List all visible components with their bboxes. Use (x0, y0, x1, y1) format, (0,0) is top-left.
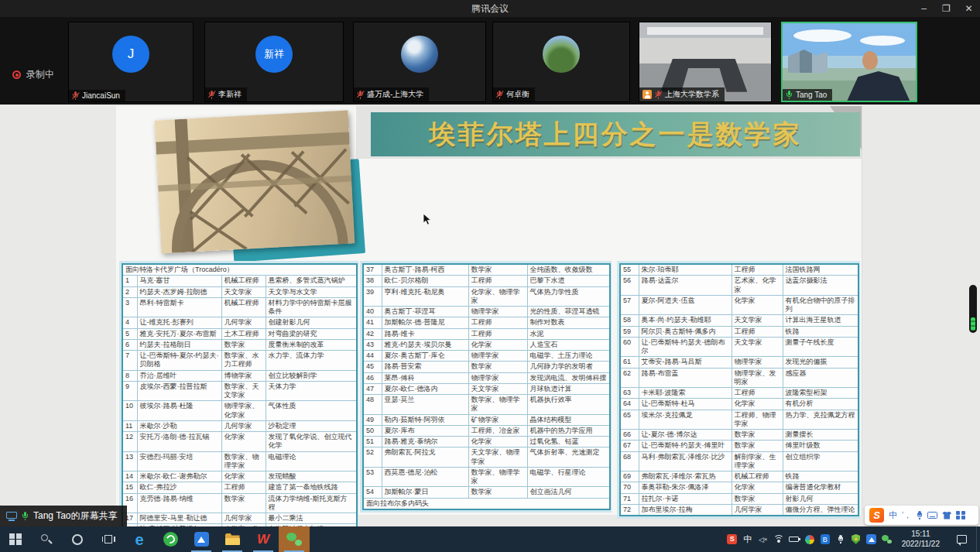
cell: 让-巴蒂斯特·杜马 (639, 399, 732, 410)
cell: 铁路 (783, 471, 858, 482)
cell: 材料力学中的特雷斯卡屈服条件 (266, 297, 357, 317)
wechat-tray-icon[interactable] (879, 526, 895, 552)
caption-cell: 面向特洛卡代罗广场（Trocadéro） (122, 264, 357, 276)
tencent-meeting-icon[interactable] (186, 526, 217, 552)
cell: 47 (363, 383, 382, 394)
cell: 7 (122, 351, 137, 371)
ime-chinese-tray-icon[interactable]: 中 (740, 526, 756, 552)
cell: 物理学家、化学家 (221, 401, 266, 421)
punctuation-toggle[interactable]: ’， (902, 506, 911, 525)
table-header-row: 面向特洛卡代罗广场（Trocadéro） (122, 264, 357, 276)
microphone-tray-icon[interactable] (833, 526, 848, 552)
cell: 机器中的热力学应用 (527, 425, 610, 436)
volume-muted-tray-icon[interactable]: ◁× (756, 526, 771, 552)
antivirus-tray-icon[interactable] (802, 526, 817, 552)
cell: 数学家 (221, 339, 266, 350)
cell: 57 (620, 295, 639, 315)
cell: 68 (620, 451, 639, 471)
maximize-button[interactable]: ❐ (935, 0, 958, 17)
cell: 法国铁路网 (783, 264, 858, 276)
table-row: 11米歇尔·沙勒几何学家沙勒定理 (122, 420, 357, 431)
cell: 43 (363, 339, 382, 350)
cell: 莱昂·傅科 (382, 372, 468, 383)
file-explorer-icon[interactable] (217, 526, 248, 552)
cell: 6 (122, 339, 137, 350)
taskbar-clock[interactable]: 15:11 2022/11/22 (895, 530, 947, 549)
task-view-icon[interactable] (93, 526, 124, 552)
cell: 56 (620, 276, 639, 296)
360-browser-icon[interactable] (155, 526, 186, 552)
participant-tile-2[interactable]: 新祥李新祥 (204, 22, 344, 102)
cell: 44 (363, 351, 382, 362)
cell: 数学家、物理学家 (468, 467, 527, 487)
cell: 让·巴蒂斯特·约瑟夫·德朗布尔 (639, 337, 732, 357)
bluetooth-tray-icon[interactable]: B (817, 526, 833, 552)
table-row: 2约瑟夫·杰罗姆·拉朗德天文学家天文学与水文学 (122, 286, 357, 297)
toolbox-icon[interactable] (956, 511, 965, 520)
edge-icon[interactable]: e (124, 526, 155, 552)
cell: 热力学、克拉佩龙方程 (783, 410, 858, 430)
cell: 埃米尔·克拉佩龙 (639, 410, 732, 430)
table-row: 71拉扎尔·卡诺数学家射影几何 (620, 493, 858, 504)
participant-tile-6[interactable]: Tang Tao (781, 22, 917, 102)
eiffel-tower-photo (155, 111, 355, 254)
cell: 雅克·安托万·夏尔·布雷斯 (137, 328, 221, 339)
cell: 4 (122, 317, 137, 328)
minimize-button[interactable]: – (913, 0, 935, 17)
recording-label: 录制中 (26, 68, 54, 81)
ime-mode-toggle[interactable]: 中 (889, 506, 897, 525)
table-row: 38欧仁·贝尔格朗工程师巴黎下水道 (363, 276, 610, 286)
cell: 水泥 (527, 328, 610, 339)
cortana-icon[interactable] (62, 526, 93, 552)
participant-tile-5[interactable]: 上海大学数学系 (639, 22, 772, 102)
taskbar: eWS中◁×B+ 15:11 2022/11/22 (0, 526, 980, 552)
wps-icon[interactable]: W (248, 526, 279, 552)
cell: 69 (620, 471, 639, 482)
table-row: 42路易·维卡工程师水泥 (363, 328, 610, 339)
participant-tile-1[interactable]: JJiancaiSun (68, 22, 194, 102)
participant-tile-3[interactable]: 盛万成-上海大学 (353, 22, 486, 102)
skin-icon[interactable] (942, 512, 951, 519)
start-icon[interactable] (0, 526, 31, 552)
tencent-meeting-tray-icon[interactable] (864, 526, 879, 552)
sogou-tray-icon[interactable]: S (725, 526, 740, 552)
cell: 气体性质 (266, 401, 357, 421)
security-shield-tray-icon[interactable]: + (848, 526, 864, 552)
ime-toolbar: S 中 ’， (865, 506, 978, 525)
cell: 3 (122, 297, 137, 317)
table-row: 9皮埃尔-西蒙·拉普拉斯数学家、天文学家天体力学 (122, 381, 357, 401)
names-table-2: 37奥古斯丁·路易·柯西数学家全纯函数、收敛级数38欧仁·贝尔格朗工程师巴黎下水… (362, 263, 609, 510)
cell: 13 (122, 451, 137, 471)
cell: 博物学家 (221, 370, 266, 381)
cell: 卡米耶·波隆索 (639, 388, 732, 399)
table-row: 46莱昂·傅科物理学家发现涡电流、发明傅科摆 (363, 372, 610, 383)
show-desktop-button[interactable] (976, 526, 980, 552)
cell: 14 (122, 471, 137, 482)
voice-input-icon[interactable] (916, 511, 923, 519)
cell: 几何学家 (221, 420, 266, 431)
table-row: 1马克·塞甘机械工程师悬索桥、多管式蒸汽锅炉 (122, 276, 357, 286)
wifi-tray-icon[interactable] (771, 526, 786, 552)
screen-share-label: Tang Tao的屏幕共享 (33, 509, 118, 523)
table-row: 48亚瑟·莫兰数学家、物理学家机器执行效率 (363, 395, 610, 415)
search-icon[interactable] (31, 526, 62, 552)
participant-name: 李新祥 (218, 89, 242, 100)
cell: 12 (122, 432, 137, 452)
screen-share-banner[interactable]: Tang Tao的屏幕共享 (0, 506, 127, 526)
sogou-logo-icon[interactable]: S (869, 508, 884, 523)
cell: 数学家 (468, 362, 527, 372)
cell: 亨利·维克托·勒尼奥 (382, 286, 468, 307)
close-button[interactable]: ✕ (958, 0, 980, 17)
wechat-icon[interactable] (279, 526, 310, 552)
cell: 勒内·茹斯特·阿羽依 (382, 414, 468, 425)
battery-tray-icon[interactable] (786, 526, 802, 552)
soft-keyboard-icon[interactable] (927, 512, 937, 519)
slide-title: 埃菲尔塔上四分之一是数学家 (430, 117, 802, 153)
cell: 55 (620, 264, 639, 276)
action-center-icon[interactable] (957, 535, 967, 543)
participant-label: 李新祥 (205, 87, 247, 101)
cell: 欧仁·贝尔格朗 (382, 276, 468, 286)
cell: 9 (122, 381, 137, 401)
cell: 土木工程师 (221, 328, 266, 339)
participant-tile-4[interactable]: 何卓衡 (492, 22, 630, 102)
